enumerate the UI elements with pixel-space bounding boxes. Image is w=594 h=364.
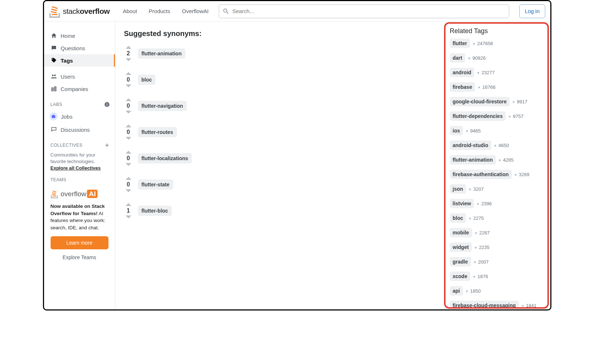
related-tag-row: json× 3207 <box>450 184 544 194</box>
upvote-button[interactable] <box>126 98 131 101</box>
related-tag[interactable]: android-studio <box>450 141 491 150</box>
sidebar-item-jobs[interactable]: Jobs <box>44 110 115 123</box>
explore-teams-link[interactable]: Explore Teams <box>44 254 115 260</box>
related-tag[interactable]: firebase-cloud-messaging <box>450 301 519 309</box>
related-tag-row: bloc× 2275 <box>450 213 544 223</box>
login-button[interactable]: Log in <box>519 4 545 18</box>
upvote-button[interactable] <box>126 72 131 75</box>
upvote-button[interactable] <box>126 151 131 154</box>
related-tag-count: × 3289 <box>515 172 530 177</box>
synonym-tag[interactable]: flutter-localizations <box>138 153 192 163</box>
users-icon <box>51 73 57 80</box>
related-tag-row: android× 23277 <box>450 68 544 77</box>
related-tag-row: dart× 90926 <box>450 53 544 63</box>
plus-icon[interactable] <box>104 142 110 148</box>
learn-more-button[interactable]: Learn more <box>51 236 108 249</box>
related-tag[interactable]: dart <box>450 53 465 63</box>
upvote-button[interactable] <box>126 177 131 180</box>
related-tag[interactable]: flutter-dependencies <box>450 111 506 121</box>
synonym-tag[interactable]: flutter-state <box>138 179 173 190</box>
related-tag[interactable]: firebase-authentication <box>450 170 512 179</box>
discussions-icon <box>51 126 57 133</box>
left-sidebar: Home Questions Tags Users <box>44 21 115 309</box>
related-tag-count: × 2267 <box>475 230 490 236</box>
nav-products[interactable]: Products <box>147 6 172 16</box>
related-tag-row: ios× 9465 <box>450 126 544 135</box>
downvote-button[interactable] <box>126 111 131 114</box>
vote-score: 0 <box>127 128 130 136</box>
downvote-button[interactable] <box>126 189 131 192</box>
related-tag-count: × 2275 <box>469 215 484 221</box>
related-tag-count: × 2007 <box>474 259 489 265</box>
related-tag[interactable]: api <box>450 286 463 296</box>
search-input[interactable] <box>219 4 509 18</box>
related-tag[interactable]: firebase <box>450 82 475 92</box>
related-tag[interactable]: bloc <box>450 213 466 223</box>
downvote-button[interactable] <box>126 58 131 61</box>
tags-icon <box>51 57 57 64</box>
collectives-label: COLLECTIVES <box>44 136 115 150</box>
vote-controls: 0 <box>124 151 133 166</box>
related-tag[interactable]: google-cloud-firestore <box>450 97 510 106</box>
svg-rect-1 <box>107 104 107 106</box>
downvote-button[interactable] <box>126 215 131 218</box>
synonym-tag[interactable]: flutter-bloc <box>138 206 172 216</box>
sidebar-item-discussions[interactable]: Discussions <box>44 123 115 136</box>
related-tag[interactable]: mobile <box>450 228 472 237</box>
teams-label: TEAMS <box>44 171 115 185</box>
related-tag-count: × 4285 <box>499 157 514 163</box>
related-tag[interactable]: json <box>450 184 466 194</box>
upvote-button[interactable] <box>126 46 131 49</box>
related-tag-count: × 9757 <box>508 114 523 119</box>
related-tag[interactable]: widget <box>450 242 472 252</box>
sidebar-item-label: Companies <box>61 86 88 92</box>
sidebar-item-questions[interactable]: Questions <box>44 42 115 54</box>
related-tag-row: xcode× 1876 <box>450 272 544 281</box>
vote-score: 0 <box>127 154 130 162</box>
related-tag[interactable]: xcode <box>450 272 470 281</box>
upvote-button[interactable] <box>126 203 131 206</box>
related-tag-count: × 1876 <box>473 274 488 279</box>
questions-icon <box>51 45 57 51</box>
sidebar-item-home[interactable]: Home <box>44 29 115 42</box>
vote-score: 0 <box>127 181 130 189</box>
vote-controls: 0 <box>124 124 133 140</box>
synonym-tag[interactable]: flutter-navigation <box>138 101 187 111</box>
site-logo[interactable]: stackoverflow <box>49 5 110 18</box>
related-tag[interactable]: android <box>450 68 474 77</box>
downvote-button[interactable] <box>126 163 131 166</box>
sidebar-item-users[interactable]: Users <box>44 70 115 83</box>
related-tag[interactable]: gradle <box>450 257 471 266</box>
nav-overflowai[interactable]: OverflowAI <box>181 6 210 16</box>
synonym-tag[interactable]: flutter-routes <box>138 127 177 137</box>
sidebar-item-label: Tags <box>61 58 73 64</box>
synonym-row: 0flutter-state <box>124 177 435 192</box>
nav-about[interactable]: About <box>121 6 138 16</box>
vote-controls: 0 <box>124 72 133 87</box>
teams-description: Now available on Stack Overflow for Team… <box>51 203 108 231</box>
companies-icon <box>51 86 57 92</box>
sidebar-item-companies[interactable]: Companies <box>44 83 115 95</box>
sidebar-item-tags[interactable]: Tags <box>44 54 115 67</box>
downvote-button[interactable] <box>126 84 131 87</box>
related-tag[interactable]: flutter-animation <box>450 155 496 165</box>
search-wrap <box>219 4 509 18</box>
synonym-tag[interactable]: flutter-animation <box>138 48 185 59</box>
synonym-row: 0flutter-navigation <box>124 98 435 114</box>
sidebar-item-label: Users <box>61 74 75 80</box>
related-tag[interactable]: ios <box>450 126 463 135</box>
upvote-button[interactable] <box>126 124 131 127</box>
related-tag-count: × 9917 <box>512 99 527 104</box>
related-tag[interactable]: listview <box>450 199 474 208</box>
logo-text: stackoverflow <box>63 7 110 16</box>
synonym-row: 1flutter-bloc <box>124 203 435 218</box>
sidebar-item-label: Discussions <box>61 127 90 133</box>
page-title: Suggested synonyms: <box>124 29 435 38</box>
synonym-tag[interactable]: bloc <box>138 75 156 85</box>
synonym-row: 0flutter-localizations <box>124 151 435 166</box>
related-tag-row: firebase-authentication× 3289 <box>450 170 544 179</box>
related-tag[interactable]: flutter <box>450 39 470 48</box>
downvote-button[interactable] <box>126 137 131 140</box>
explore-collectives-link[interactable]: Explore all Collectives <box>44 165 115 171</box>
related-tag-row: google-cloud-firestore× 9917 <box>450 97 544 106</box>
